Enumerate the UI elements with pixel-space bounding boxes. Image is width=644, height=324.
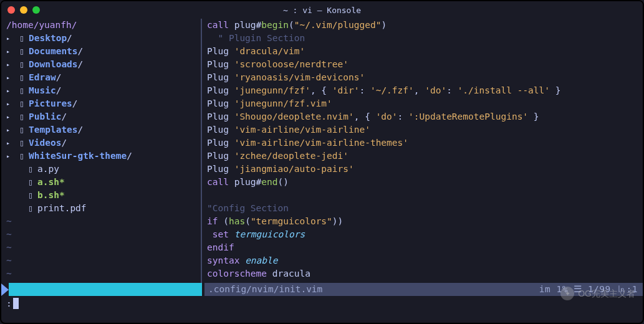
code-line: if (has("termguicolors")) (207, 215, 643, 228)
code-line: Plug 'vim-airline/vim-airline' (207, 123, 643, 136)
tree-dir[interactable]: ▸▯Desktop/ (6, 32, 201, 45)
tree-dir[interactable]: ▸▯Documents/ (6, 45, 201, 58)
chevron-right-icon: ▸ (6, 110, 15, 123)
tree-dir[interactable]: ▸▯WhiteSur-gtk-theme/ (6, 150, 201, 163)
folder-icon: ▯ (15, 84, 29, 97)
code-line: Plug 'junegunn/fzf.vim' (207, 97, 643, 110)
folder-icon: ▯ (15, 71, 29, 84)
editor-pane[interactable]: call plug#begin("~/.vim/plugged") " Plug… (202, 19, 643, 283)
status-left (1, 283, 202, 296)
code-line: endif (207, 241, 643, 254)
folder-icon: ▯ (15, 110, 29, 123)
code-line: Plug 'dracula/vim' (207, 45, 643, 58)
folder-icon: ▯ (15, 45, 29, 58)
chevron-right-icon: ▸ (6, 71, 15, 84)
file-icon: ▯ (24, 202, 37, 215)
tree-item-label: Videos (29, 136, 61, 150)
chevron-right-icon: ▸ (6, 136, 15, 150)
tree-item-label: Templates (29, 123, 78, 136)
code-line: Plug 'junegunn/fzf', { 'dir': '~/.fzf', … (207, 84, 643, 97)
empty-line-tilde: ~ (1, 267, 201, 280)
current-path: /home/yuanfh/ (1, 19, 201, 32)
main-content: /home/yuanfh/ ▸▯Desktop/▸▯Documents/▸▯Do… (1, 19, 643, 283)
code-line (207, 189, 643, 202)
tree-dir[interactable]: ▸▯Music/ (6, 84, 201, 97)
tree-item-label: Music (29, 84, 56, 97)
code-line: Plug 'zchee/deoplete-jedi' (207, 150, 643, 163)
code-line: " Plugin Section (207, 32, 643, 45)
folder-icon: ▯ (15, 123, 29, 136)
avatar-icon: ✦ (560, 287, 574, 300)
empty-line-tilde: ~ (1, 228, 201, 241)
tree-dir[interactable]: ▸▯Videos/ (6, 136, 201, 150)
titlebar: ~ : vi — Konsole (1, 1, 643, 19)
tree-item-label: a.py (37, 163, 59, 176)
tree-dir[interactable]: ▸▯Public/ (6, 110, 201, 123)
tree-file[interactable]: ▯print.pdf (6, 202, 201, 215)
folder-icon: ▯ (15, 58, 29, 71)
tree-dir[interactable]: ▸▯Templates/ (6, 123, 201, 136)
empty-line-tilde: ~ (1, 241, 201, 254)
tree-dir[interactable]: ▸▯Edraw/ (6, 71, 201, 84)
folder-icon: ▯ (15, 97, 29, 110)
file-tree-sidebar[interactable]: /home/yuanfh/ ▸▯Desktop/▸▯Documents/▸▯Do… (1, 19, 202, 283)
empty-line-tilde: ~ (1, 254, 201, 267)
folder-icon: ▯ (15, 32, 29, 45)
empty-line-tilde: ~ (1, 215, 201, 228)
tree-item-label: print.pdf (37, 202, 87, 215)
folder-icon: ▯ (15, 150, 29, 163)
folder-icon: ▯ (15, 136, 29, 150)
tree-item-label: a.sh (37, 176, 59, 189)
chevron-right-icon: ▸ (6, 150, 15, 163)
chevron-right-icon: ▸ (6, 58, 15, 71)
tree-list: ▸▯Desktop/▸▯Documents/▸▯Downloads/▸▯Edra… (1, 32, 201, 215)
cmd-prompt: : (6, 297, 12, 310)
status-bar: .config/nvim/init.vim im 1% ☰ 1/99 ㏑:1 (1, 283, 643, 296)
window-title: ~ : vi — Konsole (1, 4, 643, 17)
chevron-right-icon: ▸ (6, 32, 15, 45)
tree-dir[interactable]: ▸▯Pictures/ (6, 97, 201, 110)
code-line: Plug 'Shougo/deoplete.nvim', { 'do': ':U… (207, 110, 643, 123)
chevron-right-icon: ▸ (6, 45, 15, 58)
mode-arrow-icon (1, 284, 9, 296)
tree-item-label: Desktop (29, 32, 67, 45)
tree-file[interactable]: ▯b.sh* (6, 189, 201, 202)
code-line: Plug 'vim-airline/vim-airline-themes' (207, 136, 643, 150)
tree-item-label: Edraw (29, 71, 56, 84)
tree-item-label: WhiteSur-gtk-theme (29, 150, 127, 163)
tree-item-label: Documents (29, 45, 78, 58)
code-line: Plug 'scrooloose/nerdtree' (207, 58, 643, 71)
tree-item-label: Pictures (29, 97, 72, 110)
code-line: Plug 'ryanoasis/vim-devicons' (207, 71, 643, 84)
chevron-right-icon: ▸ (6, 97, 15, 110)
status-filename: .config/nvim/init.vim (208, 283, 322, 296)
chevron-right-icon: ▸ (6, 123, 15, 136)
tree-item-label: Public (29, 110, 61, 123)
tree-item-label: b.sh (37, 189, 59, 202)
chevron-right-icon: ▸ (6, 84, 15, 97)
file-icon: ▯ (24, 189, 37, 202)
tree-file[interactable]: ▯a.sh* (6, 176, 201, 189)
tree-item-label: Downloads (29, 58, 78, 71)
cursor-icon (13, 298, 19, 309)
code-line: call plug#end() (207, 176, 643, 189)
code-line: colorscheme dracula (207, 267, 643, 280)
code-line: syntax enable (207, 254, 643, 267)
code-line: "Config Section (207, 202, 643, 215)
tree-dir[interactable]: ▸▯Downloads/ (6, 58, 201, 71)
code-line: set termguicolors (207, 228, 643, 241)
code-line: Plug 'jiangmiao/auto-pairs' (207, 163, 643, 176)
command-line[interactable]: : (1, 296, 643, 311)
tree-file[interactable]: ▯a.py (6, 163, 201, 176)
file-icon: ▯ (24, 176, 37, 189)
code-line: call plug#begin("~/.vim/plugged") (207, 19, 643, 32)
watermark: ✦ OG完美主义者 (560, 287, 635, 300)
file-icon: ▯ (24, 163, 37, 176)
